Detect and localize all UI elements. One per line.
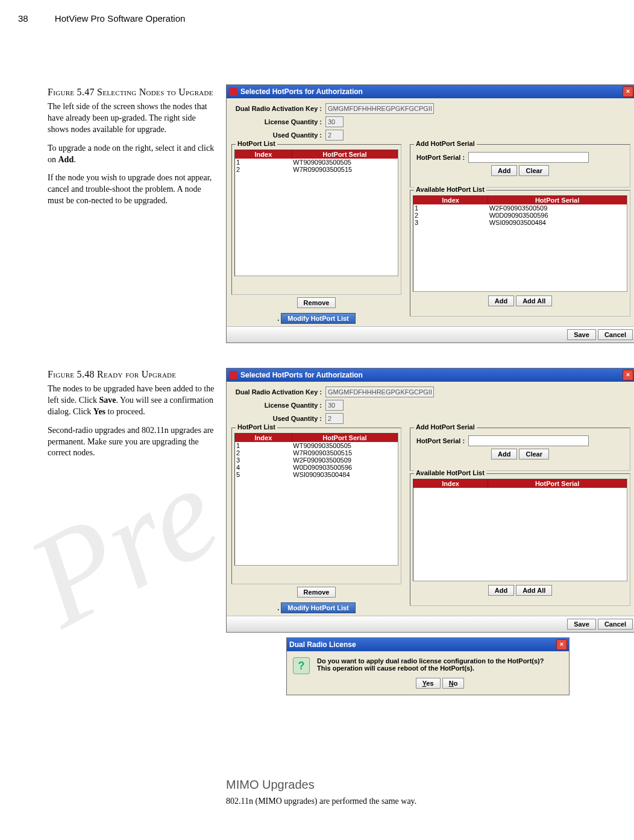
app-icon [229, 371, 237, 379]
body-text: Second-radio upgrades and 802.11n upgrad… [48, 425, 216, 459]
table-row[interactable]: 5WSI090903500484 [235, 471, 398, 478]
save-button[interactable]: Save [567, 329, 596, 340]
available-hotport-table[interactable]: IndexHotPort Serial [413, 479, 627, 488]
table-row[interactable]: 4W0D090903500596 [235, 464, 398, 471]
table-row[interactable]: 3W2F090903500509 [235, 456, 398, 464]
add-button[interactable]: Add [491, 165, 517, 176]
titlebar: Selected HotPorts for Authorization × [227, 368, 634, 382]
table-row[interactable]: 1W2F090903500509 [413, 204, 627, 212]
mimo-section: MIMO Upgrades 802.11n (MIMO upgrades) ar… [226, 778, 416, 806]
hotport-serial-input[interactable] [468, 435, 589, 446]
titlebar: Dual Radio License × [287, 638, 569, 651]
figure-title: Figure 5.47 Selecting Nodes to Upgrade [48, 87, 216, 98]
app-icon [229, 87, 237, 96]
page-number: 38 [18, 13, 28, 24]
titlebar: Selected HotPorts for Authorization × [227, 85, 634, 98]
key-label: Dual Radio Activation Key : [235, 105, 325, 112]
hotport-list-label: HotPort List [236, 140, 277, 147]
figure-title: Figure 5.48 Ready for Upgrade [48, 369, 216, 380]
modify-hotport-list-button[interactable]: Modify HotPort List [281, 313, 355, 324]
available-list-label: Available HotPort List [414, 186, 486, 193]
key-label: Dual Radio Activation Key : [235, 388, 325, 396]
table-row[interactable]: 3WSI090903500484 [413, 219, 627, 226]
clear-button[interactable]: Clear [519, 449, 549, 459]
add-all-button[interactable]: Add All [516, 295, 552, 306]
figure-547-caption: Figure 5.47 Selecting Nodes to Upgrade T… [48, 87, 216, 214]
table-row[interactable]: 1WT9090903500505 [235, 159, 398, 166]
activation-key-input[interactable] [325, 103, 434, 114]
table-row[interactable]: 2W7R090903500515 [235, 166, 398, 173]
available-hotport-table[interactable]: IndexHotPort Serial 1W2F0909035005092W0D… [413, 196, 627, 226]
modify-hotport-list-button[interactable]: Modify HotPort List [281, 602, 355, 613]
hotport-serial-label: HotPort Serial : [416, 437, 465, 444]
confirm-message-2: This operation will cause reboot of the … [317, 665, 563, 672]
body-text: If the node you wish to upgrade does not… [48, 172, 216, 207]
cancel-button[interactable]: Cancel [598, 619, 633, 630]
close-icon[interactable]: × [623, 86, 633, 97]
used-qty-label: Used Quantity : [235, 131, 325, 139]
used-qty-input[interactable] [325, 130, 344, 141]
watermark: Pre [5, 435, 242, 658]
add-hotport-serial-label: Add HotPort Serial [414, 140, 477, 147]
dialog-fig548: Selected HotPorts for Authorization × Du… [226, 368, 634, 695]
page-title: HotView Pro Software Operation [55, 13, 186, 24]
question-icon: ? [293, 657, 310, 674]
hotport-serial-input[interactable] [468, 152, 589, 163]
body-text: To upgrade a node on the right, select i… [48, 143, 216, 166]
figure-548-caption: Figure 5.48 Ready for Upgrade The nodes … [48, 369, 216, 466]
add-all-button[interactable]: Add All [516, 585, 552, 596]
table-row[interactable]: 2W7R090903500515 [235, 449, 398, 456]
clear-button[interactable]: Clear [519, 165, 549, 176]
hotport-serial-label: HotPort Serial : [416, 154, 465, 161]
hotport-list-label: HotPort List [236, 423, 277, 431]
remove-button[interactable]: Remove [297, 587, 336, 598]
activation-key-input[interactable] [325, 387, 434, 397]
close-icon[interactable]: × [556, 639, 567, 650]
mimo-text: 802.11n (MIMO upgrades) are performed th… [226, 797, 416, 806]
body-text: The left side of the screen shows the no… [48, 101, 216, 136]
hotport-list-table[interactable]: IndexHotPort Serial 1WT90909035005052W7R… [235, 434, 398, 478]
body-text: The nodes to be upgraded have been added… [48, 384, 216, 418]
dialog-fig547: Selected HotPorts for Authorization × Du… [226, 84, 634, 343]
used-qty-label: Used Quantity : [235, 415, 325, 422]
dialog-title: Selected HotPorts for Authorization [240, 371, 363, 379]
license-qty-label: License Quantity : [235, 118, 325, 125]
close-icon[interactable]: × [623, 370, 633, 381]
mimo-heading: MIMO Upgrades [226, 778, 416, 792]
cancel-button[interactable]: Cancel [598, 329, 633, 340]
confirm-dialog: Dual Radio License × ? Do you want to ap… [286, 637, 570, 695]
license-qty-input[interactable] [325, 116, 344, 127]
save-button[interactable]: Save [567, 619, 596, 630]
add-button[interactable]: Add [488, 585, 514, 596]
hotport-list-table[interactable]: IndexHotPort Serial 1WT90909035005052W7R… [235, 150, 398, 173]
add-button[interactable]: Add [491, 449, 517, 459]
remove-button[interactable]: Remove [297, 297, 336, 308]
license-qty-input[interactable] [325, 400, 344, 411]
add-hotport-serial-label: Add HotPort Serial [414, 423, 477, 431]
page-header: 38 HotView Pro Software Operation [18, 13, 185, 24]
table-row[interactable]: 1WT9090903500505 [235, 442, 398, 449]
yes-button[interactable]: Yes [416, 678, 441, 689]
add-button[interactable]: Add [488, 295, 514, 306]
available-list-label: Available HotPort List [414, 469, 486, 476]
dialog-title: Dual Radio License [289, 640, 356, 649]
used-qty-input[interactable] [325, 413, 344, 424]
license-qty-label: License Quantity : [235, 402, 325, 409]
table-row[interactable]: 2W0D090903500596 [413, 212, 627, 219]
confirm-message-1: Do you want to apply dual radio license … [317, 657, 563, 665]
no-button[interactable]: No [442, 678, 465, 689]
dialog-title: Selected HotPorts for Authorization [240, 87, 363, 96]
